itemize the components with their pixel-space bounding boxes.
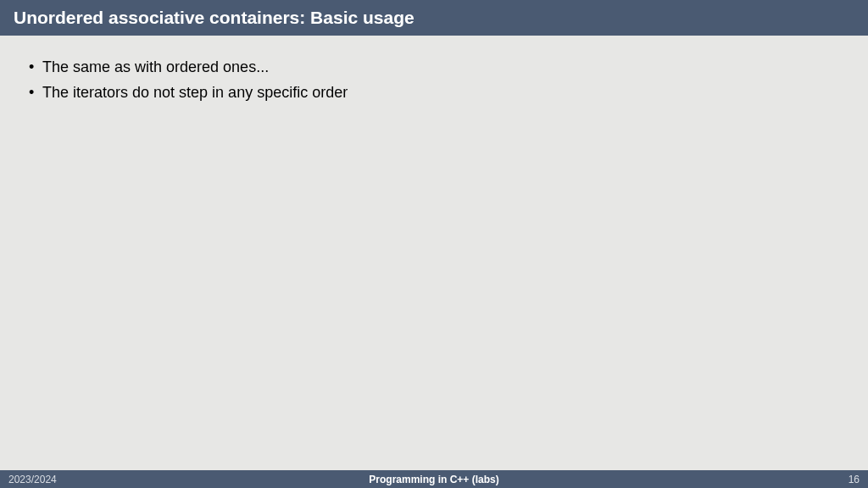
slide-header: Unordered associative containers: Basic … bbox=[0, 0, 868, 36]
footer-page-number: 16 bbox=[576, 474, 860, 485]
slide-title: Unordered associative containers: Basic … bbox=[14, 8, 415, 27]
footer-course: Programming in C++ (labs) bbox=[292, 474, 576, 485]
slide-footer: 2023/2024 Programming in C++ (labs) 16 bbox=[0, 470, 868, 488]
list-item: The iterators do not step in any specifi… bbox=[17, 81, 851, 105]
footer-year: 2023/2024 bbox=[8, 474, 292, 485]
list-item: The same as with ordered ones... bbox=[17, 56, 851, 80]
bullet-list: The same as with ordered ones... The ite… bbox=[17, 56, 851, 105]
slide-content: The same as with ordered ones... The ite… bbox=[0, 36, 868, 470]
